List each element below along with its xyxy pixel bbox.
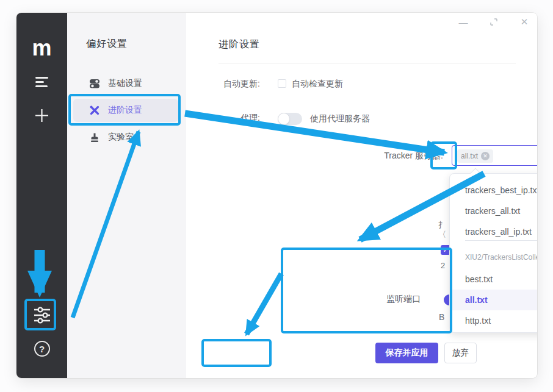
question-icon: ? — [34, 341, 50, 357]
minimize-button[interactable]: — — [458, 16, 469, 27]
auto-update-label: 自动更新: — [220, 79, 260, 90]
proxy-label: 代理: — [220, 113, 260, 124]
help-button[interactable]: ? — [16, 341, 67, 357]
proxy-toggle-label: 使用代理服务器 — [310, 113, 370, 124]
maximize-icon — [490, 18, 498, 26]
menu-item-label: 基础设置 — [108, 78, 142, 89]
dropdown-option-selected[interactable]: all.txt ✓ — [450, 290, 537, 310]
dropdown-option[interactable]: trackers_best_ip.txt — [450, 180, 537, 201]
close-button[interactable]: ✕ — [519, 16, 530, 27]
tag-close-icon[interactable]: ✕ — [481, 152, 490, 160]
dropdown-caret — [471, 168, 481, 179]
toggle-knob — [278, 113, 290, 125]
tracker-source-dropdown: trackers_best_ip.txt trackers_all.txt tr… — [449, 173, 537, 333]
annotation-box-dropdown-chevron — [430, 141, 457, 169]
add-task-button[interactable] — [16, 107, 67, 124]
motrix-logo: m — [16, 37, 67, 59]
tag-label: all.txt — [461, 152, 478, 160]
annotation-box-save-button — [201, 339, 272, 367]
task-list-icon — [35, 77, 48, 87]
selected-option-label: all.txt — [465, 295, 488, 305]
tracker-select[interactable]: all.txt ✕ — [452, 145, 537, 166]
dropdown-divider — [465, 240, 537, 241]
tracker-tag: all.txt ✕ — [457, 149, 493, 163]
window-controls: — ✕ — [458, 16, 530, 27]
task-list-button[interactable] — [16, 77, 67, 87]
lab-stamp-icon — [89, 132, 101, 143]
proxy-toggle[interactable] — [278, 113, 302, 125]
menu-item-basic[interactable]: 基础设置 — [73, 72, 178, 95]
preferences-panel: 偏好设置 基础设置 进阶设置 — [67, 13, 186, 378]
annotation-box-dropdown-group — [281, 248, 452, 333]
dropdown-option[interactable]: trackers_all.txt — [450, 201, 537, 221]
dropdown-option[interactable]: http.txt — [450, 310, 537, 331]
auto-update-checkbox-label[interactable]: 自动检查更新 — [292, 79, 343, 90]
tracker-label: Tracker 服务器: — [203, 151, 443, 162]
annotation-box-advanced-menu — [68, 94, 181, 126]
auto-update-checkbox[interactable] — [278, 79, 286, 88]
preferences-title: 偏好设置 — [86, 38, 128, 51]
page-title: 进阶设置 — [219, 38, 260, 51]
title-divider — [219, 63, 516, 63]
dropdown-group-label: XIU2/TrackersListCollection — [465, 250, 537, 265]
menu-item-lab[interactable]: 实验室 — [73, 126, 178, 149]
plus-icon — [34, 107, 50, 124]
dropdown-option[interactable]: trackers_all_ip.txt — [450, 221, 537, 242]
save-apply-button[interactable]: 保存并应用 — [375, 343, 438, 363]
maximize-button[interactable] — [488, 16, 499, 27]
app-window: m ? 偏好设置 — [16, 13, 537, 378]
occluded-text-fragment: 〈 — [438, 229, 446, 240]
menu-item-label: 实验室 — [108, 132, 134, 143]
toggles-icon — [89, 79, 101, 88]
discard-button[interactable]: 放弃 — [444, 343, 477, 363]
annotation-box-preferences-icon — [24, 299, 56, 330]
dropdown-option[interactable]: best.txt — [450, 269, 537, 290]
